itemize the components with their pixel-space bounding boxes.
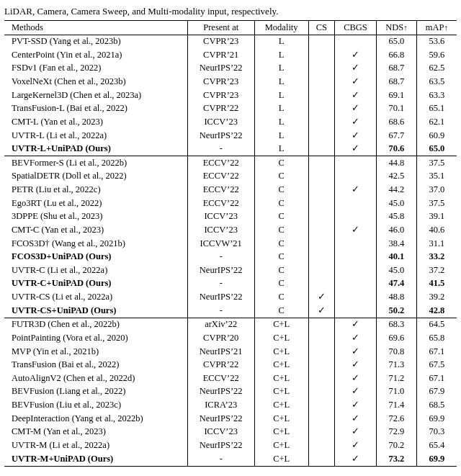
- cell-method: CMT-M (Yan et al., 2023): [4, 426, 187, 439]
- cell-map: 39.1: [416, 210, 457, 224]
- cell-map: 37.5: [416, 197, 457, 210]
- cell-method: UVTR-CS (Li et al., 2022a): [4, 291, 187, 305]
- check-icon: [318, 305, 326, 315]
- cell-method: UVTR-L+UniPAD (Ours): [4, 143, 187, 156]
- table-row: PETR (Liu et al., 2022c)ECCV’22C44.237.0: [4, 184, 457, 197]
- cell-map: 65.4: [416, 439, 457, 452]
- cell-presentat: NeurIPS’21: [187, 345, 254, 359]
- cell-cbgs: [334, 385, 376, 399]
- cell-modality: C: [254, 277, 308, 291]
- cell-cs: [308, 331, 334, 345]
- cell-cs: [308, 210, 334, 224]
- cell-map: 65.0: [416, 143, 457, 156]
- cell-map: 35.1: [416, 170, 457, 184]
- cell-method: UVTR-C+UniPAD (Ours): [4, 277, 187, 291]
- cell-presentat: NeurIPS’22: [187, 439, 254, 452]
- cell-cbgs: [334, 210, 376, 224]
- check-icon: [352, 373, 359, 383]
- cell-cbgs: [334, 156, 376, 170]
- cell-modality: L: [254, 102, 308, 116]
- table-row: UVTR-CS+UniPAD (Ours)-C50.242.8: [4, 304, 457, 318]
- cell-map: 42.8: [416, 304, 457, 318]
- cell-cs: [308, 399, 334, 413]
- cell-nds: 71.2: [377, 372, 417, 385]
- cell-presentat: ECCV’22: [187, 156, 254, 170]
- cell-presentat: NeurIPS’22: [187, 264, 254, 277]
- col-modality: Modality: [254, 21, 308, 35]
- table-row: FCOS3D+UniPAD (Ours)-C40.133.2: [4, 251, 457, 264]
- check-icon: [352, 117, 359, 127]
- cell-map: 33.2: [416, 251, 457, 264]
- cell-presentat: -: [187, 277, 254, 291]
- check-icon: [352, 386, 359, 396]
- cell-method: PETR (Liu et al., 2022c): [4, 184, 187, 197]
- cell-cs: [308, 452, 334, 466]
- cell-nds: 65.0: [377, 35, 417, 48]
- cell-cs: [308, 89, 334, 102]
- cell-presentat: ICRA’23: [187, 399, 254, 413]
- cell-cs: [308, 372, 334, 385]
- cell-cs: [308, 426, 334, 439]
- cell-cbgs: [334, 251, 376, 264]
- cell-map: 37.2: [416, 264, 457, 277]
- cell-method: UVTR-M (Li et al., 2022a): [4, 439, 187, 452]
- cell-method: CMT-C (Yan et al., 2023): [4, 223, 187, 237]
- check-icon: [352, 184, 359, 194]
- cell-map: 64.5: [416, 318, 457, 331]
- table1-caption-fragment: LiDAR, Camera, Camera Sweep, and Multi-m…: [4, 6, 457, 17]
- cell-map: 37.0: [416, 184, 457, 197]
- cell-nds: 45.8: [377, 210, 417, 224]
- cell-presentat: CVPR’23: [187, 76, 254, 89]
- cell-method: CMT-L (Yan et al., 2023): [4, 115, 187, 129]
- cell-cs: [308, 115, 334, 129]
- cell-method: FCOS3D+UniPAD (Ours): [4, 251, 187, 264]
- table-row: TransFusion (Bai et al., 2022)CVPR’22C+L…: [4, 359, 457, 372]
- cell-nds: 44.2: [377, 184, 417, 197]
- cell-modality: C: [254, 156, 308, 170]
- cell-presentat: NeurIPS’22: [187, 129, 254, 143]
- cell-method: BEVFormer-S (Li et al., 2022b): [4, 156, 187, 170]
- cell-modality: L: [254, 62, 308, 76]
- cell-cs: [308, 62, 334, 76]
- cell-nds: 70.6: [377, 143, 417, 156]
- cell-modality: L: [254, 143, 308, 156]
- cell-presentat: CVPR’22: [187, 359, 254, 372]
- cell-nds: 71.0: [377, 385, 417, 399]
- cell-cbgs: [334, 48, 376, 62]
- cell-nds: 68.7: [377, 76, 417, 89]
- check-icon: [352, 143, 359, 153]
- cell-cbgs: [334, 129, 376, 143]
- check-icon: [352, 130, 359, 140]
- cell-cbgs: [334, 223, 376, 237]
- cell-cbgs: [334, 345, 376, 359]
- cell-cs: [308, 264, 334, 277]
- cell-cs: [308, 102, 334, 116]
- table-row: CMT-L (Yan et al., 2023)ICCV’23L68.662.1: [4, 115, 457, 129]
- cell-cbgs: [334, 304, 376, 318]
- cell-cbgs: [334, 184, 376, 197]
- check-icon: [352, 50, 359, 60]
- cell-method: AutoAlignV2 (Chen et al., 2022d): [4, 372, 187, 385]
- cell-presentat: NeurIPS’22: [187, 385, 254, 399]
- check-icon: [352, 440, 359, 450]
- cell-method: MVP (Yin et al., 2021b): [4, 345, 187, 359]
- cell-modality: L: [254, 89, 308, 102]
- cell-map: 70.3: [416, 426, 457, 439]
- cell-map: 59.6: [416, 48, 457, 62]
- cell-nds: 72.9: [377, 426, 417, 439]
- cell-presentat: -: [187, 143, 254, 156]
- cell-cbgs: [334, 76, 376, 89]
- cell-map: 40.6: [416, 223, 457, 237]
- cell-method: FUTR3D (Chen et al., 2022b): [4, 318, 187, 331]
- cell-cbgs: [334, 359, 376, 372]
- table-row: VoxelNeXt (Chen et al., 2023b)CVPR’23L68…: [4, 76, 457, 89]
- table-row: UVTR-C+UniPAD (Ours)-C47.441.5: [4, 277, 457, 291]
- table-row: CenterPoint (Yin et al., 2021a)CVPR’21L6…: [4, 48, 457, 62]
- table-row: FCOS3D† (Wang et al., 2021b)ICCVW’21C38.…: [4, 237, 457, 251]
- cell-nds: 46.0: [377, 223, 417, 237]
- check-icon: [352, 76, 359, 86]
- cell-modality: C+L: [254, 452, 308, 466]
- cell-cs: [308, 291, 334, 305]
- cell-cbgs: [334, 102, 376, 116]
- col-methods: Methods: [4, 21, 187, 35]
